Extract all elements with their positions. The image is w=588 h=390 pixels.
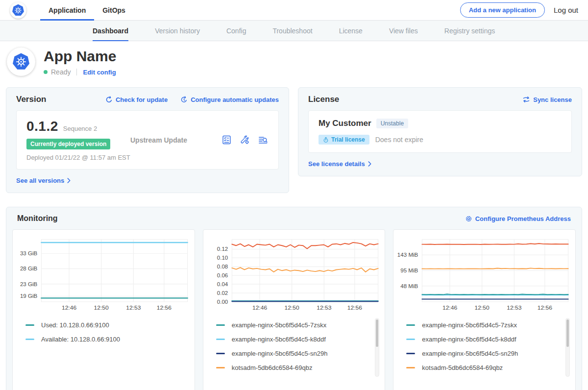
tab-gitops[interactable]: GitOps [94,0,134,20]
current-version-row: 0.1.2 Sequence 2 Currently deployed vers… [16,110,279,170]
logout-button[interactable]: Log out [554,6,578,14]
license-card: License Sync license My Customer Unstabl… [298,87,582,176]
chevron-right-icon [368,161,371,167]
svg-text:12:56: 12:56 [538,305,553,312]
legend-scrollbar[interactable] [565,318,570,377]
tab-application[interactable]: Application [40,0,94,20]
tab-view-files[interactable]: View files [376,21,431,41]
chevron-right-icon [67,178,71,183]
legend-color-dash [406,367,415,368]
edit-config-link[interactable]: Edit config [83,69,116,76]
sync-icon [522,96,530,103]
monitoring-section: Monitoring Configure Prometheus Address … [6,207,582,390]
svg-text:48 MiB: 48 MiB [401,283,418,289]
tab-dashboard[interactable]: Dashboard [79,21,142,41]
svg-text:0.08: 0.08 [217,264,228,269]
topnav-tabs: ApplicationGitOps [40,0,134,20]
legend-item: example-nginx-5bc6f5d4c5-sn29h [406,346,571,361]
customer-name: My Customer [318,119,371,128]
legend-label: kotsadm-5db6dc6584-69qbz [422,364,503,371]
svg-text:12:56: 12:56 [157,305,172,312]
version-number: 0.1.2 [26,119,58,134]
edit-config-wrench-icon[interactable] [240,135,250,145]
legend-label: example-nginx-5bc6f5d4c5-7zskx [232,321,327,329]
status-dot [44,70,48,74]
release-notes-icon[interactable] [221,135,232,145]
svg-text:95 MiB: 95 MiB [401,268,418,273]
trial-license-badge: Trial license [318,135,369,145]
sync-license-button[interactable]: Sync license [522,96,572,103]
legend-color-dash [216,324,225,326]
svg-text:0.06: 0.06 [217,272,228,278]
legend-item: example-nginx-5bc6f5d4c5-7zskx [406,318,571,332]
channel-badge: Unstable [376,119,408,128]
svg-text:28 GiB: 28 GiB [20,266,37,272]
svg-text:12:56: 12:56 [347,305,362,312]
page-title: App Name [44,48,116,65]
svg-text:12:50: 12:50 [284,305,299,312]
status-badge: Ready [51,68,71,76]
tab-troubleshoot[interactable]: Troubleshoot [259,21,325,41]
deploy-logs-icon[interactable] [258,135,269,145]
legend-scrollbar[interactable] [375,318,379,377]
disk-usage-chart-card: 19 GiB23 GiB28 GiB33 GiB12:4612:5012:531… [12,229,195,390]
topnav-right: Add a new application Log out [460,0,578,20]
add-new-application-button[interactable]: Add a new application [460,2,545,18]
legend-color-dash [406,324,415,326]
legend-color-dash [216,339,225,340]
charts-row: 19 GiB23 GiB28 GiB33 GiB12:4612:5012:531… [12,229,576,390]
monitoring-title: Monitoring [17,214,58,223]
see-all-versions-link[interactable]: See all versions [16,177,71,184]
legend-label: Used: 10.128.0.66:9100 [41,321,109,329]
gear-icon [465,215,472,222]
legend-color-dash [25,324,34,326]
legend-item: kotsadm-5db6dc6584-69qbz [406,361,571,375]
chart-legend: example-nginx-5bc6f5d4c5-7zskxexample-ng… [207,318,381,386]
app-logo[interactable] [10,0,26,20]
legend-label: example-nginx-5bc6f5d4c5-sn29h [232,350,328,357]
see-license-details-link[interactable]: See license details [308,160,371,168]
app-sub-nav: DashboardVersion historyConfigTroublesho… [0,21,588,41]
scrollbar-thumb[interactable] [566,319,569,347]
check-for-update-button[interactable]: Check for update [105,96,168,103]
configure-prometheus-button[interactable]: Configure Prometheus Address [465,215,571,222]
svg-text:19 GiB: 19 GiB [20,293,37,299]
svg-text:0.00: 0.00 [217,299,228,305]
svg-text:12:53: 12:53 [507,305,522,312]
top-nav: ApplicationGitOps Add a new application … [0,0,588,21]
legend-item: kotsadm-5db6dc6584-69qbz [216,361,381,375]
svg-text:12:46: 12:46 [252,305,268,312]
svg-text:23 GiB: 23 GiB [20,281,37,287]
svg-text:12:50: 12:50 [475,305,490,312]
version-source-label: Upstream Update [130,136,221,144]
legend-item: Used: 10.128.0.66:9100 [25,318,191,332]
svg-text:0.02: 0.02 [217,290,228,296]
tab-registry-settings[interactable]: Registry settings [431,21,508,41]
legend-label: example-nginx-5bc6f5d4c5-k8ddf [232,336,326,343]
legend-item: example-nginx-5bc6f5d4c5-k8ddf [406,332,571,346]
currently-deployed-badge: Currently deployed version [26,139,110,149]
legend-label: example-nginx-5bc6f5d4c5-7zskx [422,321,517,329]
scrollbar-thumb[interactable] [376,319,378,347]
license-expiry-label: Does not expire [375,136,423,144]
kubernetes-logo-icon [10,2,26,19]
tab-version-history[interactable]: Version history [142,21,213,41]
legend-color-dash [406,353,415,354]
chart-legend: example-nginx-5bc6f5d4c5-7zskxexample-ng… [397,318,571,386]
tab-config[interactable]: Config [213,21,259,41]
memory-usage-chart-card: 48 MiB95 MiB143 MiB12:4612:5012:5312:56e… [393,229,576,390]
svg-text:0.12: 0.12 [217,246,228,252]
svg-text:12:46: 12:46 [442,305,458,312]
version-sequence: Sequence 2 [63,125,97,132]
deployed-timestamp: Deployed 01/21/22 @ 11:57 am EST [26,154,130,161]
legend-label: kotsadm-5db6dc6584-69qbz [232,364,313,371]
configure-automatic-updates-button[interactable]: Configure automatic updates [180,96,279,103]
svg-text:12:46: 12:46 [62,305,77,312]
tab-license[interactable]: License [326,21,376,41]
svg-text:12:53: 12:53 [317,305,332,312]
legend-item: example-nginx-5bc6f5d4c5-7zskx [216,318,381,332]
svg-text:0.10: 0.10 [217,255,228,261]
legend-item: Available: 10.128.0.66:9100 [25,332,191,346]
legend-label: Available: 10.128.0.66:9100 [41,336,120,343]
svg-text:143 MiB: 143 MiB [397,252,418,258]
